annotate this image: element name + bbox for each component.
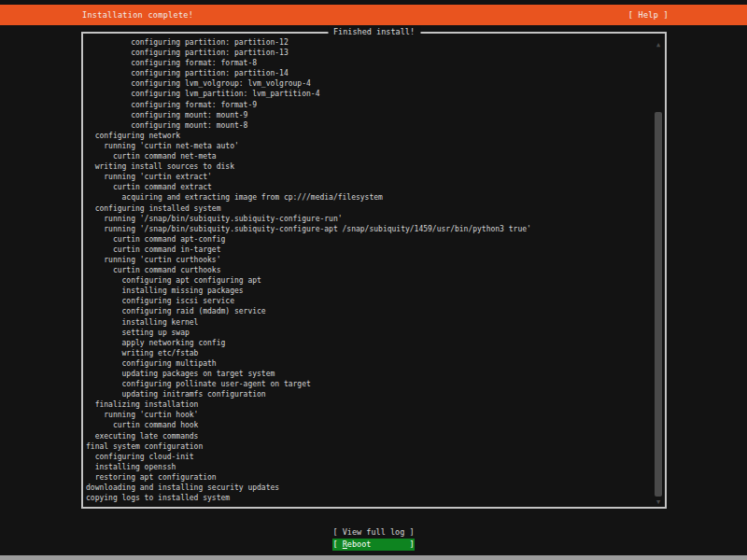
log-line: configuring format: format-8: [86, 58, 650, 68]
log-line: curtin command apt-config: [86, 234, 650, 245]
scrollbar-thumb[interactable]: [655, 112, 662, 497]
reboot-label-suffix: ]: [371, 539, 414, 549]
log-line: writing install sources to disk: [86, 161, 650, 172]
log-line: configuring cloud-init: [86, 452, 650, 462]
log-line: configuring network: [86, 131, 650, 141]
log-line: running '/snap/bin/subiquity.subiquity-c…: [86, 214, 650, 224]
log-line: final system configuration: [86, 441, 650, 452]
bottom-edge-strip: [0, 555, 747, 560]
log-line: acquiring and extracting image from cp:/…: [86, 192, 650, 203]
log-line: updating initramfs configuration: [86, 389, 650, 399]
log-line: curtin command net-meta: [86, 151, 650, 161]
log-line: running 'curtin net-meta auto': [86, 141, 650, 151]
log-line: configuring mount: mount-9: [86, 110, 650, 120]
log-line: configuring raid (mdadm) service: [86, 306, 650, 316]
log-line: curtin command extract: [86, 182, 650, 192]
log-line: configuring format: format-9: [86, 100, 650, 110]
log-line: configuring pollinate user-agent on targ…: [86, 379, 650, 389]
log-line: curtin command in-target: [86, 245, 650, 255]
reboot-label-prefix: [: [332, 539, 342, 549]
log-line: configuring partition: partition-13: [86, 48, 650, 58]
log-line: configuring iscsi service: [86, 296, 650, 306]
log-line: installing openssh: [86, 462, 650, 472]
log-line: updating packages on target system: [86, 369, 650, 379]
log-line: installing missing packages: [86, 286, 650, 296]
log-line: configuring lvm_partition: lvm_partition…: [86, 89, 650, 99]
log-line: curtin command hook: [86, 420, 650, 430]
log-line: apply networking config: [86, 338, 650, 348]
log-line: running 'curtin extract': [86, 172, 650, 182]
log-line: running 'curtin curthooks': [86, 255, 650, 265]
log-line: configuring lvm_volgroup: lvm_volgroup-4: [86, 78, 650, 89]
scroll-down-icon[interactable]: ▼: [654, 498, 663, 506]
log-line: configuring partition: partition-14: [86, 68, 650, 78]
footer-buttons: [ View full log ] [ Reboot ]: [0, 526, 747, 551]
reboot-button[interactable]: [ Reboot ]: [332, 539, 414, 551]
log-line: copying logs to installed system: [86, 493, 650, 503]
log-line: configuring apt configuring apt: [86, 275, 650, 286]
log-line: installing kernel: [86, 317, 650, 328]
log-line: running 'curtin hook': [86, 410, 650, 420]
finished-install-panel: Finished install! configuring partition:…: [81, 32, 667, 509]
reboot-button-row: [ Reboot ]: [0, 539, 747, 551]
view-full-log-button[interactable]: [ View full log ]: [0, 526, 747, 539]
log-line: configuring mount: mount-8: [86, 120, 650, 131]
log-line: restoring apt configuration: [86, 472, 650, 483]
log-line: finalizing installation: [86, 399, 650, 410]
reboot-label-rest: eboot: [347, 539, 372, 549]
log-line: configuring multipath: [86, 358, 650, 369]
log-line: downloading and installing security upda…: [86, 483, 650, 493]
scroll-up-icon[interactable]: ▲: [654, 41, 663, 49]
log-line: executing late commands: [86, 431, 650, 441]
log-line: writing etc/fstab: [86, 348, 650, 358]
log-line: curtin command curthooks: [86, 265, 650, 275]
log-line: configuring partition: partition-12: [86, 37, 650, 48]
log-line: running '/snap/bin/subiquity.subiquity-c…: [86, 224, 650, 234]
installer-header: Installation complete! [ Help ]: [0, 5, 747, 25]
help-button[interactable]: [ Help ]: [628, 10, 669, 20]
header-title: Installation complete!: [82, 10, 193, 20]
install-log[interactable]: configuring partition: partition-12 conf…: [83, 34, 665, 507]
log-line: setting up swap: [86, 328, 650, 338]
log-line: configuring installed system: [86, 203, 650, 214]
